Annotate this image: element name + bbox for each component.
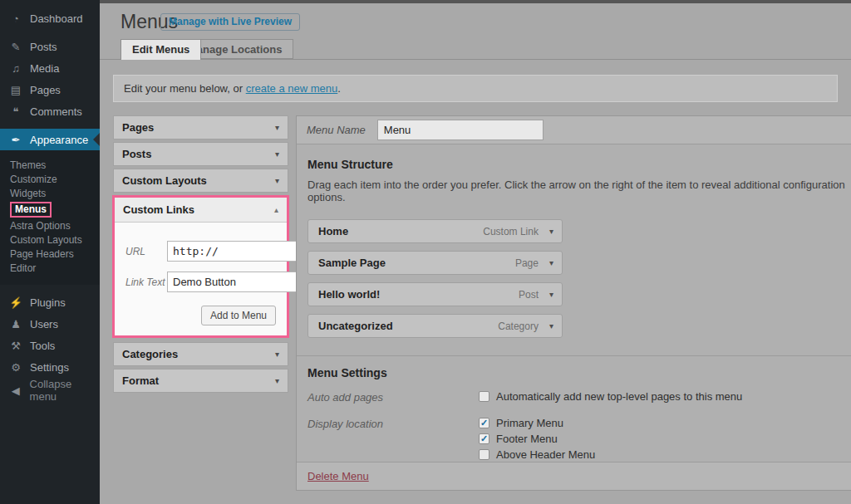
submenu-item-customize[interactable]: Customize — [0, 172, 100, 186]
menu-editor-footer: Delete Menu — [297, 462, 851, 490]
accordion-posts[interactable]: Posts ▾ — [113, 142, 288, 166]
tab-bar-divider — [100, 59, 851, 60]
sidebar-item-tools[interactable]: ⚒ Tools — [0, 335, 100, 356]
custom-links-form: URL Link Text Add to Menu — [115, 223, 287, 335]
chevron-down-icon[interactable]: ▾ — [549, 227, 553, 236]
sidebar-item-posts[interactable]: ✎ Posts — [0, 36, 100, 57]
chevron-down-icon[interactable]: ▾ — [549, 321, 553, 330]
chevron-down-icon: ▾ — [275, 350, 279, 359]
submenu-item-themes[interactable]: Themes — [0, 158, 100, 172]
sidebar-item-label: Tools — [30, 340, 55, 352]
collapse-arrow-icon: ◀ — [9, 384, 22, 397]
primary-menu-checkbox[interactable]: ✓ — [479, 418, 489, 428]
auto-add-pages-label: Auto add pages — [307, 390, 479, 406]
delete-menu-link[interactable]: Delete Menu — [307, 470, 369, 482]
create-new-menu-link[interactable]: create a new menu — [246, 82, 338, 95]
chevron-up-icon: ▴ — [274, 205, 278, 214]
sidebar-item-users[interactable]: ♟ Users — [0, 313, 100, 335]
comments-icon: ❝ — [9, 105, 22, 118]
section-divider — [297, 355, 851, 356]
auto-add-pages-text: Automatically add new top-level pages to… — [496, 390, 742, 403]
dashboard-icon: ◔ — [9, 12, 22, 25]
menu-item-uncategorized[interactable]: Uncategorized Category ▾ — [307, 314, 563, 338]
submenu-item-menus[interactable]: Menus — [0, 200, 100, 218]
sidebar-item-label: Appearance — [30, 134, 88, 146]
gear-icon: ⚙ — [9, 361, 22, 374]
sidebar-item-label: Posts — [30, 41, 57, 53]
tools-icon: ⚒ — [9, 340, 22, 352]
highlight-box: Menus — [10, 202, 52, 218]
sidebar-item-label: Media — [30, 62, 59, 75]
menu-name-input[interactable] — [377, 120, 544, 140]
submenu-item-astra-options[interactable]: Astra Options — [0, 218, 100, 232]
sidebar-item-media[interactable]: ♫ Media — [0, 57, 100, 79]
submenu-item-page-headers[interactable]: Page Headers — [0, 247, 100, 261]
sidebar-item-label: Comments — [30, 105, 82, 118]
menu-settings-heading: Menu Settings — [307, 366, 851, 379]
sidebar-item-pages[interactable]: ▤ Pages — [0, 79, 100, 100]
sidebar-item-label: Users — [30, 318, 58, 330]
sidebar-item-appearance[interactable]: ✒ Appearance — [0, 129, 100, 150]
pin-icon: ✎ — [9, 41, 22, 53]
tab-edit-menus[interactable]: Edit Menus — [121, 39, 201, 60]
auto-add-pages-checkbox[interactable]: ✓ — [479, 391, 489, 402]
sidebar-item-label: Dashboard — [30, 12, 83, 25]
menu-name-row: Menu Name — [297, 116, 851, 144]
footer-menu-checkbox[interactable]: ✓ — [479, 433, 489, 444]
accordion-custom-links[interactable]: Custom Links ▴ — [115, 198, 287, 223]
above-header-menu-checkbox[interactable]: ✓ — [479, 449, 489, 460]
submenu-item-widgets[interactable]: Widgets — [0, 186, 100, 200]
accordion-custom-layouts[interactable]: Custom Layouts ▾ — [113, 169, 288, 193]
pages-icon: ▤ — [9, 84, 22, 96]
manage-live-preview-button[interactable]: Manage with Live Preview — [160, 13, 300, 31]
chevron-down-icon[interactable]: ▾ — [549, 258, 553, 267]
sidebar-item-label: Settings — [30, 361, 69, 374]
appearance-submenu: Themes Customize Widgets Menus Astra Opt… — [0, 150, 100, 285]
menu-item-sample-page[interactable]: Sample Page Page ▾ — [307, 251, 563, 275]
accordion-pages[interactable]: Pages ▾ — [113, 115, 288, 139]
menu-structure-section: Menu Structure Drag each item into the o… — [297, 144, 851, 480]
menu-name-label: Menu Name — [307, 124, 366, 136]
chevron-down-icon: ▾ — [275, 123, 279, 132]
menu-item-sources: Pages ▾ Posts ▾ Custom Layouts ▾ Custom … — [113, 115, 288, 395]
plugin-icon: ⚡ — [9, 296, 22, 309]
accordion-format[interactable]: Format ▾ — [113, 369, 288, 393]
admin-sidebar: ◔ Dashboard ✎ Posts ♫ Media ▤ Pages ❝ Co… — [0, 0, 100, 504]
appearance-icon: ✒ — [9, 134, 22, 146]
user-icon: ♟ — [9, 318, 22, 330]
menu-item-home[interactable]: Home Custom Link ▾ — [307, 219, 563, 243]
menu-item-hello-world[interactable]: Hello world! Post ▾ — [307, 282, 563, 306]
sidebar-item-label: Plugins — [30, 296, 66, 309]
chevron-down-icon[interactable]: ▾ — [549, 290, 553, 299]
custom-links-highlight: Custom Links ▴ URL Link Text Add to Menu — [112, 195, 289, 338]
add-to-menu-button[interactable]: Add to Menu — [201, 306, 276, 325]
media-icon: ♫ — [9, 62, 22, 75]
chevron-down-icon: ▾ — [275, 376, 279, 385]
accordion-categories[interactable]: Categories ▾ — [113, 342, 288, 366]
sidebar-item-settings[interactable]: ⚙ Settings — [0, 356, 100, 378]
sidebar-item-comments[interactable]: ❝ Comments — [0, 100, 100, 122]
top-window-edge — [100, 0, 851, 3]
link-text-label: Link Text — [125, 276, 167, 288]
submenu-item-custom-layouts[interactable]: Custom Layouts — [0, 232, 100, 247]
edit-menu-notice: Edit your menu below, or create a new me… — [113, 75, 838, 102]
sidebar-item-dashboard[interactable]: ◔ Dashboard — [0, 7, 100, 29]
menu-editor-panel: Menu Name Menu Structure Drag each item … — [296, 115, 851, 491]
chevron-down-icon: ▾ — [275, 176, 279, 185]
sidebar-item-label: Pages — [30, 84, 61, 96]
notice-text: Edit your menu below, or — [124, 82, 246, 95]
url-label: URL — [125, 246, 167, 257]
sidebar-item-plugins[interactable]: ⚡ Plugins — [0, 291, 100, 313]
menu-structure-description: Drag each item into the order you prefer… — [307, 179, 851, 203]
collapse-menu-label: Collapse menu — [30, 378, 100, 403]
collapse-menu-button[interactable]: ◀ Collapse menu — [0, 379, 100, 401]
menu-items-list: Home Custom Link ▾ Sample Page Page ▾ He… — [307, 219, 851, 338]
chevron-down-icon: ▾ — [275, 149, 279, 159]
auto-add-pages-row: Auto add pages ✓ Automatically add new t… — [307, 390, 851, 406]
submenu-item-editor[interactable]: Editor — [0, 261, 100, 275]
menu-structure-heading: Menu Structure — [307, 158, 851, 171]
